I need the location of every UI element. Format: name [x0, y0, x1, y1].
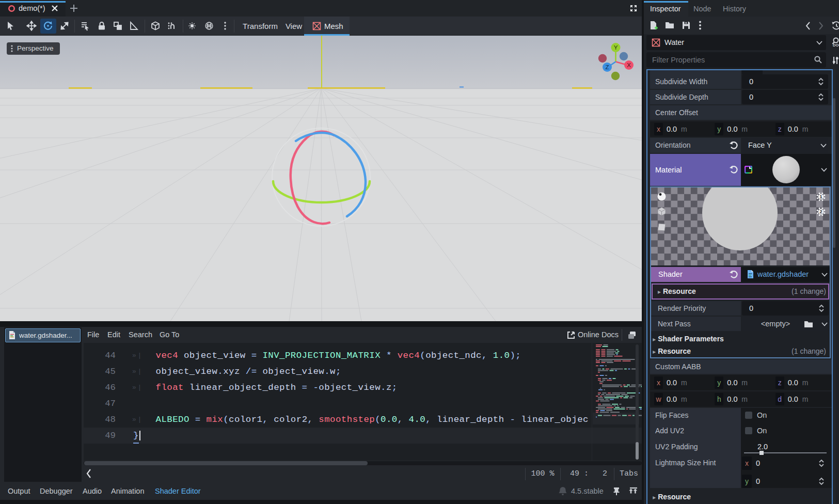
- svg-text:Y: Y: [614, 44, 618, 51]
- svg-text:1: 1: [819, 194, 822, 199]
- svg-text:DOC: DOC: [833, 43, 839, 48]
- svg-text:X: X: [627, 62, 631, 68]
- svg-text:Z: Z: [605, 64, 609, 70]
- svg-text:2: 2: [819, 209, 822, 214]
